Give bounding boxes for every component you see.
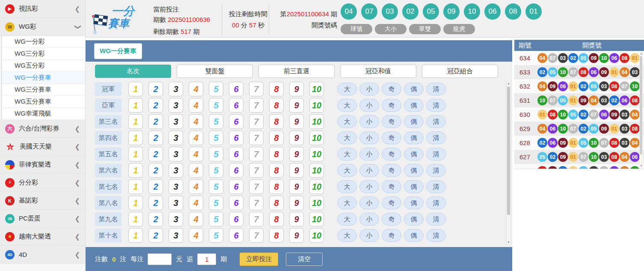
sidebar-item-us-daily[interactable]: ★5美國天天樂❮ [0,138,85,156]
sidebar-item-wg-lucky-airship[interactable]: WG幸運飛艇 [2,108,85,120]
number-button-9[interactable]: 9 [289,228,304,243]
number-button-1[interactable]: 1 [128,163,143,178]
mode-button[interactable]: 龍虎 [443,24,475,34]
side-button-big[interactable]: 大 [337,229,357,242]
sidebar-item-wg-5min-racing[interactable]: WG五分賽車 [2,96,85,108]
side-button-small[interactable]: 小 [359,213,379,226]
number-button-3[interactable]: 3 [169,114,183,129]
side-button-even[interactable]: 偶 [404,180,424,193]
side-button-even[interactable]: 偶 [404,197,424,209]
side-button-odd[interactable]: 奇 [382,131,401,144]
sidebar-item-pc-dandan[interactable]: 28PC蛋蛋❮ [0,210,85,228]
number-button-9[interactable]: 9 [289,163,304,178]
side-button-small[interactable]: 小 [359,229,379,242]
number-button-5[interactable]: 5 [209,212,223,226]
number-button-1[interactable]: 1 [128,147,143,161]
side-button-big[interactable]: 大 [337,148,357,161]
results-scrollbar-thumb[interactable] [640,56,642,155]
number-button-5[interactable]: 5 [209,228,223,243]
number-button-2[interactable]: 2 [148,212,163,226]
side-button-even[interactable]: 偶 [404,164,424,177]
number-button-4[interactable]: 4 [189,212,203,226]
side-button-big[interactable]: 大 [337,115,357,128]
number-button-10[interactable]: 10 [309,179,324,194]
sidebar-item-wg-5min[interactable]: WG五分彩 [2,60,85,72]
number-button-8[interactable]: 8 [269,212,284,226]
number-button-3[interactable]: 3 [169,163,183,178]
side-button-small[interactable]: 小 [359,131,379,144]
number-button-1[interactable]: 1 [128,212,143,226]
number-button-1[interactable]: 1 [128,98,143,113]
number-button-5[interactable]: 5 [209,147,223,161]
number-button-9[interactable]: 9 [289,179,304,194]
results-scroll-down-icon[interactable]: ▼ [639,164,643,167]
number-button-8[interactable]: 8 [269,163,284,178]
number-button-10[interactable]: 10 [309,98,324,113]
scroll-down-icon[interactable]: ▼ [507,241,510,244]
number-button-5[interactable]: 5 [209,98,223,113]
side-button-odd[interactable]: 奇 [382,197,401,209]
number-button-7[interactable]: 7 [249,212,264,226]
number-button-4[interactable]: 4 [189,196,203,210]
number-button-7[interactable]: 7 [249,98,264,113]
number-button-3[interactable]: 3 [169,179,183,194]
sidebar-item-wg-3min-racing[interactable]: WG三分賽車 [2,84,85,96]
number-button-3[interactable]: 3 [169,98,183,113]
number-button-6[interactable]: 6 [229,179,243,194]
number-button-2[interactable]: 2 [148,114,163,129]
number-button-4[interactable]: 4 [189,228,203,243]
side-button-small[interactable]: 小 [359,164,379,177]
number-button-2[interactable]: 2 [148,196,163,210]
number-button-3[interactable]: 3 [169,196,183,210]
number-button-7[interactable]: 7 [249,114,264,129]
number-button-3[interactable]: 3 [169,82,183,96]
side-button-big[interactable]: 大 [337,164,357,177]
number-button-6[interactable]: 6 [229,147,243,161]
side-button-small[interactable]: 小 [359,180,379,193]
number-button-4[interactable]: 4 [189,163,203,178]
side-button-clear[interactable]: 清 [426,180,446,193]
number-button-4[interactable]: 4 [189,179,203,194]
side-button-big[interactable]: 大 [337,180,357,193]
number-button-1[interactable]: 1 [128,131,143,145]
side-button-small[interactable]: 小 [359,148,379,161]
number-button-7[interactable]: 7 [249,82,264,96]
side-button-odd[interactable]: 奇 [382,180,401,193]
side-button-even[interactable]: 偶 [404,131,424,144]
number-button-3[interactable]: 3 [169,131,183,145]
scroll-up-icon[interactable]: ▲ [507,82,510,85]
number-button-4[interactable]: 4 [189,82,203,96]
clear-bets-button[interactable]: 清空 [286,253,323,266]
number-button-7[interactable]: 7 [249,163,264,178]
page-tab-wg-1min-racing[interactable]: WG一分賽車 [94,43,142,59]
number-button-10[interactable]: 10 [309,82,324,96]
side-button-small[interactable]: 小 [359,99,379,112]
sidebar-item-wg-3min[interactable]: WG三分彩 [2,48,85,60]
side-button-big[interactable]: 大 [337,213,357,226]
results-scroll-up-icon[interactable]: ▲ [639,52,643,55]
number-button-2[interactable]: 2 [148,179,163,194]
number-button-9[interactable]: 9 [289,147,304,161]
sidebar-item-philippine-lotto[interactable]: 菲律賓樂透❮ [0,156,85,174]
chase-periods-input[interactable] [197,253,216,265]
side-button-odd[interactable]: 奇 [382,99,401,112]
sidebar-item-4d[interactable]: 4D4D❮ [0,246,85,264]
number-button-7[interactable]: 7 [249,196,264,210]
number-button-3[interactable]: 3 [169,147,183,161]
number-button-10[interactable]: 10 [309,114,324,129]
number-button-9[interactable]: 9 [289,196,304,210]
sidebar-item-liuhe-taiwan[interactable]: 六六合/台灣彩券❮ [0,120,85,138]
side-button-big[interactable]: 大 [337,83,357,95]
number-button-10[interactable]: 10 [309,163,324,178]
side-button-big[interactable]: 大 [337,99,357,112]
sidebar-item-fenfen[interactable]: ⚡分分彩❮ [0,174,85,192]
side-button-odd[interactable]: 奇 [382,229,401,242]
bet-tab[interactable]: 冠亞和值 [340,65,416,78]
side-button-small[interactable]: 小 [359,83,379,95]
side-button-odd[interactable]: 奇 [382,115,401,128]
mode-button[interactable]: 球號 [341,24,372,34]
number-button-2[interactable]: 2 [148,82,163,96]
number-button-5[interactable]: 5 [209,196,223,210]
number-button-1[interactable]: 1 [128,179,143,194]
number-button-4[interactable]: 4 [189,98,203,113]
